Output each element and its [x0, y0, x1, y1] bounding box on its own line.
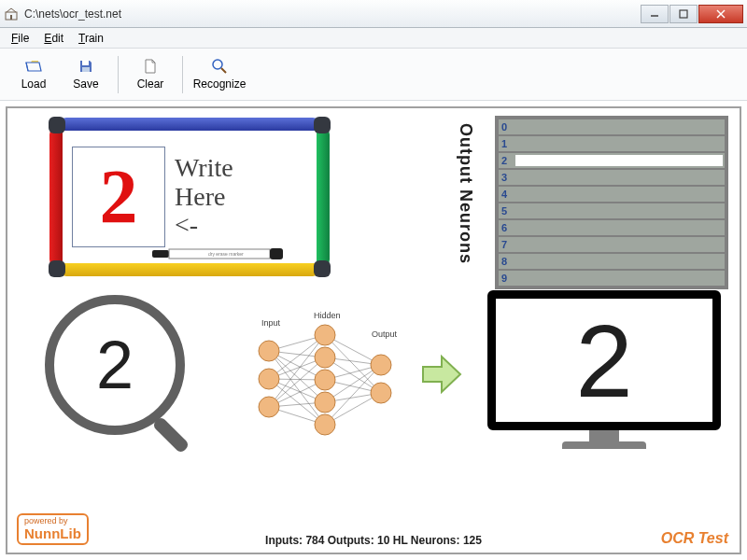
arrow-right-icon: [418, 351, 465, 398]
svg-rect-7: [82, 67, 90, 72]
whiteboard-hint: Write Here <-: [175, 154, 233, 240]
output-index: 1: [499, 138, 514, 149]
neural-network-diagram: Input Hidden Output: [241, 309, 409, 449]
network-stats: Inputs: 784 Outputs: 10 HL Neurons: 125: [7, 534, 740, 547]
svg-point-43: [315, 347, 335, 368]
svg-rect-10: [152, 250, 169, 258]
output-index: 2: [499, 155, 514, 166]
svg-point-8: [213, 60, 222, 69]
output-index: 4: [499, 189, 514, 200]
svg-rect-1: [10, 15, 12, 20]
toolbar: Load Save Clear Recognize: [0, 49, 747, 101]
output-index: 8: [499, 256, 514, 267]
canvas-area: 2 Write Here <- dry erase marker Output …: [6, 106, 741, 554]
svg-point-42: [315, 325, 335, 345]
svg-point-47: [371, 355, 391, 375]
magnifier-illustration: 2: [45, 295, 204, 454]
output-row-5: 5: [499, 203, 725, 218]
recognize-button[interactable]: Recognize: [189, 52, 250, 97]
nn-output-label: Output: [372, 329, 398, 339]
output-row-1: 1: [499, 136, 725, 151]
output-row-4: 4: [499, 187, 725, 202]
load-button[interactable]: Load: [7, 52, 60, 97]
svg-point-39: [259, 341, 279, 361]
output-row-6: 6: [499, 220, 725, 235]
clear-button[interactable]: Clear: [124, 52, 176, 97]
content-area: 2 Write Here <- dry erase marker Output …: [0, 101, 747, 560]
output-row-3: 3: [499, 170, 725, 185]
svg-point-40: [259, 369, 279, 389]
output-neurons-label: Output Neurons: [456, 123, 475, 264]
svg-point-44: [315, 370, 335, 390]
toolbar-separator: [182, 56, 183, 93]
output-index: 0: [499, 121, 514, 133]
save-label: Save: [73, 77, 98, 91]
save-button[interactable]: Save: [60, 52, 112, 97]
svg-rect-6: [82, 61, 89, 65]
folder-open-icon: [25, 58, 42, 75]
window-titlebar: C:\nets\ocr_test.net: [0, 0, 747, 28]
output-index: 5: [499, 205, 514, 217]
save-icon: [78, 58, 94, 75]
nn-input-label: Input: [261, 318, 281, 328]
menu-train[interactable]: Train: [71, 30, 111, 47]
magnified-digit: 2: [96, 327, 134, 403]
app-icon: [4, 7, 19, 21]
page-icon: [142, 58, 159, 75]
toolbar-separator: [118, 56, 119, 93]
menu-file[interactable]: File: [4, 30, 36, 47]
svg-point-48: [371, 383, 391, 403]
app-name-label: OCR Test: [661, 530, 728, 547]
maximize-button[interactable]: [669, 5, 698, 23]
magnifier-icon: [211, 58, 228, 75]
nn-hidden-label: Hidden: [314, 311, 341, 320]
svg-line-9: [221, 68, 226, 73]
output-index: 6: [499, 222, 514, 233]
whiteboard: 2 Write Here <- dry erase marker: [49, 118, 330, 276]
svg-text:dry erase marker: dry erase marker: [208, 251, 244, 257]
svg-point-46: [315, 414, 335, 435]
close-button[interactable]: [698, 5, 743, 23]
drawing-input[interactable]: 2: [72, 147, 165, 247]
output-row-8: 8: [499, 254, 725, 269]
clear-label: Clear: [137, 77, 164, 91]
menu-edit[interactable]: Edit: [36, 30, 71, 47]
output-index: 3: [499, 172, 514, 183]
output-index: 7: [499, 239, 514, 250]
output-index: 9: [499, 273, 514, 284]
output-row-0: 0: [499, 119, 725, 134]
recognized-digit: 2: [575, 301, 632, 420]
output-row-9: 9: [499, 271, 725, 286]
svg-rect-12: [270, 248, 283, 259]
output-neurons-panel: 0123456789: [495, 116, 728, 289]
output-row-7: 7: [499, 237, 725, 252]
minimize-button[interactable]: [641, 5, 669, 23]
window-title: C:\nets\ocr_test.net: [24, 7, 641, 21]
svg-point-45: [315, 392, 335, 413]
marker-icon: dry erase marker: [152, 248, 283, 259]
load-label: Load: [21, 77, 47, 91]
recognize-label: Recognize: [193, 77, 247, 91]
svg-rect-3: [680, 10, 687, 18]
menubar: File Edit Train: [0, 28, 747, 49]
output-bar: [515, 155, 723, 166]
drawn-digit: 2: [100, 159, 138, 235]
monitor-illustration: 2: [487, 290, 721, 454]
output-row-2: 2: [499, 153, 725, 168]
svg-point-41: [259, 397, 279, 417]
